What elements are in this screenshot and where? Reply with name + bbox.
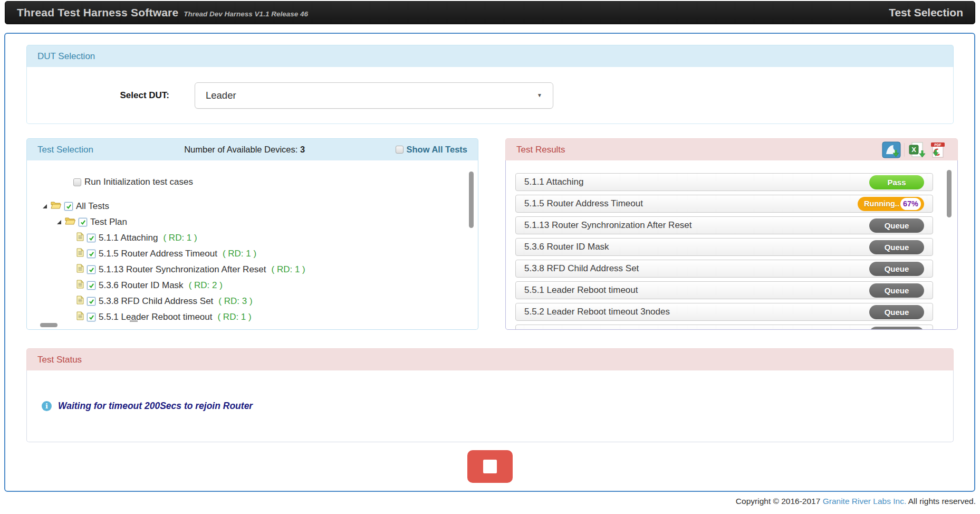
- folder-icon: [51, 201, 61, 212]
- app-header: Thread Test Harness Software Thread Dev …: [5, 1, 975, 24]
- expand-collapse-icon[interactable]: [57, 220, 61, 224]
- test-checkbox-checked[interactable]: [87, 265, 95, 274]
- test-rd-count: ( RD: 2 ): [189, 280, 223, 291]
- test-result-row[interactable]: 5.5.1 Leader Reboot timeout Queue: [515, 281, 933, 299]
- stop-button[interactable]: [467, 450, 513, 483]
- status-badge-label: Pass: [887, 178, 906, 187]
- result-test-name: 5.3.8 RFD Child Address Set: [524, 263, 639, 274]
- test-rd-count: ( RD: 1 ): [223, 249, 256, 259]
- result-test-name: 5.1.5 Router Address Timeout: [524, 198, 643, 209]
- status-badge: Queue: [869, 262, 924, 276]
- show-all-tests-toggle[interactable]: Show All Tests: [396, 145, 467, 155]
- test-name: 5.3.6 Router ID Mask: [99, 280, 184, 291]
- test-results-panel-header: Test Results X PDF: [505, 138, 958, 160]
- test-result-row[interactable]: 5.3.6 Router ID Mask Queue: [515, 238, 933, 256]
- show-all-tests-checkbox[interactable]: [396, 146, 403, 154]
- dut-selection-panel-title: DUT Selection: [37, 51, 95, 62]
- test-name: 5.1.1 Attaching: [99, 233, 158, 243]
- test-result-row[interactable]: Queue: [515, 325, 933, 330]
- status-badge: Queue: [869, 240, 924, 254]
- test-checkbox-checked[interactable]: [87, 297, 95, 306]
- run-init-checkbox[interactable]: [73, 178, 81, 186]
- status-badge: Queue: [869, 283, 924, 298]
- result-test-name: 5.5.2 Leader Reboot timeout 3nodes: [524, 307, 670, 317]
- folder-icon: [65, 217, 75, 227]
- test-tree: Run Initialization test cases All Tests: [27, 160, 478, 323]
- test-result-row[interactable]: 5.1.5 Router Address Timeout Running.. 6…: [515, 195, 933, 213]
- tree-test-item[interactable]: 5.3.6 Router ID Mask ( RD: 2 ): [76, 280, 478, 291]
- test-checkbox-checked[interactable]: [87, 234, 95, 242]
- app-title: Thread Test Harness Software: [17, 6, 178, 19]
- vertical-scrollbar-thumb[interactable]: [947, 170, 952, 217]
- svg-text:PDF: PDF: [935, 142, 941, 146]
- test-name: 5.1.13 Router Synchronization After Rese…: [99, 264, 266, 275]
- test-results-panel-title: Test Results: [516, 145, 565, 155]
- app-version-subtitle: Thread Dev Harness V1.1 Release 46: [184, 10, 308, 18]
- dut-selected-value: Leader: [206, 90, 236, 101]
- test-rd-count: ( RD: 1 ): [217, 312, 251, 322]
- icon-separator: [904, 143, 905, 157]
- test-result-row[interactable]: 5.5.2 Leader Reboot timeout 3nodes Queue: [515, 303, 933, 321]
- test-name: 5.3.8 RFD Child Address Set: [99, 296, 213, 307]
- status-badge-label: Queue: [885, 264, 909, 273]
- test-result-row[interactable]: 5.1.1 Attaching Pass: [515, 173, 933, 191]
- tree-test-item[interactable]: 5.1.5 Router Address Timeout ( RD: 1 ): [76, 248, 478, 260]
- document-icon: [76, 296, 84, 307]
- all-tests-checkbox[interactable]: [64, 202, 73, 211]
- wireshark-capture-download-icon[interactable]: [882, 141, 901, 158]
- tree-test-item[interactable]: 5.1.1 Attaching ( RD: 1 ): [76, 232, 478, 244]
- tree-test-item[interactable]: 5.3.8 RFD Child Address Set ( RD: 3 ): [76, 296, 478, 307]
- test-selection-panel-header: Test Selection Number of Available Devic…: [26, 138, 478, 160]
- info-icon: [42, 401, 52, 411]
- status-badge-label: Queue: [885, 221, 909, 230]
- test-checkbox-checked[interactable]: [87, 281, 95, 290]
- test-checkbox-checked[interactable]: [87, 313, 95, 321]
- all-tests-label: All Tests: [76, 201, 109, 212]
- tree-node-test-plan[interactable]: Test Plan: [57, 216, 478, 228]
- main-container: DUT Selection Select DUT: Leader ▼ Test …: [4, 33, 975, 492]
- status-badge: Queue: [869, 305, 924, 319]
- status-badge: Queue: [869, 218, 924, 233]
- test-status-panel: Test Status Waiting for timeout 200Secs …: [26, 348, 954, 442]
- test-status-panel-body: Waiting for timeout 200Secs to rejoin Ro…: [26, 370, 954, 442]
- vertical-scrollbar-thumb[interactable]: [469, 172, 474, 228]
- show-all-tests-label: Show All Tests: [406, 145, 467, 155]
- progress-percent: 67%: [900, 198, 921, 210]
- test-results-panel-body: 5.1.1 Attaching Pass 5.1.5 Router Addres…: [505, 160, 958, 330]
- granite-river-labs-link[interactable]: Granite River Labs Inc.: [823, 497, 907, 506]
- document-icon: [76, 248, 84, 260]
- test-rd-count: ( RD: 3 ): [218, 296, 252, 307]
- stop-icon: [483, 460, 497, 473]
- result-test-name: 5.1.13 Router Synchronization After Rese…: [524, 220, 692, 231]
- expand-collapse-icon[interactable]: [43, 204, 47, 208]
- pdf-report-download-icon[interactable]: PDF: [929, 141, 947, 158]
- run-init-row[interactable]: Run Initialization test cases: [73, 176, 478, 188]
- test-selection-panel: Test Selection Number of Available Devic…: [26, 138, 478, 330]
- export-icons-group: X PDF: [882, 141, 947, 158]
- status-badge: Queue: [869, 327, 924, 330]
- test-result-row[interactable]: 5.3.8 RFD Child Address Set Queue: [515, 260, 933, 278]
- test-plan-checkbox[interactable]: [79, 218, 87, 226]
- excel-report-download-icon[interactable]: X: [908, 141, 926, 158]
- test-checkbox-checked[interactable]: [87, 250, 95, 258]
- footer-copyright: Copyright © 2016-2017 Granite River Labs…: [736, 497, 976, 506]
- dut-select-dropdown[interactable]: Leader ▼: [195, 82, 553, 109]
- result-test-name: 5.3.6 Router ID Mask: [524, 242, 609, 252]
- test-result-row[interactable]: 5.1.13 Router Synchronization After Rese…: [515, 216, 933, 234]
- status-badge: Pass: [869, 175, 924, 189]
- test-plan-label: Test Plan: [90, 217, 127, 227]
- document-icon: [76, 264, 84, 275]
- dut-selection-panel: DUT Selection Select DUT: Leader ▼: [26, 45, 954, 124]
- status-badge-label: Running..: [864, 199, 899, 208]
- status-badge: Running.. 67%: [858, 197, 924, 211]
- tree-node-all-tests[interactable]: All Tests: [43, 201, 478, 212]
- svg-text:X: X: [911, 146, 916, 154]
- result-test-name: 5.1.1 Attaching: [524, 177, 583, 187]
- status-message: Waiting for timeout 200Secs to rejoin Ro…: [58, 401, 253, 412]
- test-rd-count: ( RD: 1 ): [272, 264, 305, 275]
- test-status-panel-header: Test Status: [26, 348, 954, 370]
- available-devices-count: 3: [300, 145, 305, 154]
- horizontal-scrollbar-thumb[interactable]: [40, 323, 57, 327]
- dut-selection-panel-header: DUT Selection: [26, 45, 954, 67]
- tree-test-item[interactable]: 5.1.13 Router Synchronization After Rese…: [76, 264, 478, 275]
